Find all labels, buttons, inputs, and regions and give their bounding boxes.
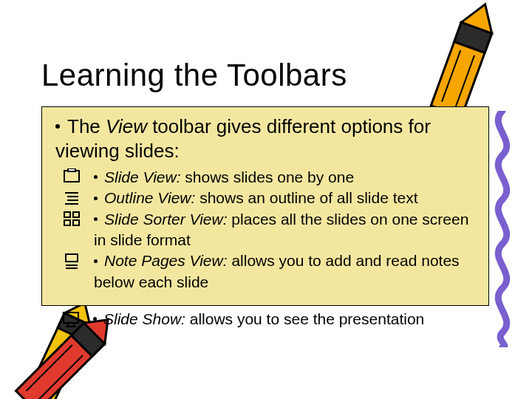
item-name: Note Pages View: [104, 252, 228, 269]
item-desc: allows you to see the presentation [185, 310, 424, 327]
bullet-icon [55, 124, 60, 129]
bullet-icon [93, 317, 97, 321]
bullet-icon [94, 259, 98, 263]
svg-rect-22 [73, 220, 79, 225]
outline-view-icon [61, 189, 82, 207]
item-desc: shows slides one by one [181, 168, 355, 185]
slide-view-icon [61, 168, 82, 186]
lead-italic: View [106, 115, 147, 137]
svg-rect-14 [68, 168, 75, 171]
item-desc: shows an outline of all slide text [195, 189, 417, 206]
list-item: Slide Sorter View: places all the slides… [94, 209, 478, 251]
item-name: Slide View: [104, 168, 181, 185]
svg-rect-21 [64, 220, 70, 225]
list-item: Slide View: shows slides one by one [94, 167, 478, 188]
svg-rect-19 [64, 212, 70, 217]
slide-title: Learning the Toolbars [41, 58, 347, 93]
svg-rect-20 [73, 212, 79, 217]
item-name: Slide Show: [103, 310, 185, 327]
note-pages-icon [61, 253, 82, 270]
sub-list: Slide View: shows slides one by one Outl… [55, 167, 478, 293]
lead-text: The View toolbar gives different options… [55, 115, 478, 163]
svg-rect-13 [64, 171, 79, 182]
bullet-icon [94, 197, 98, 200]
slide-sorter-icon [61, 210, 82, 228]
item-name: Outline View: [104, 189, 195, 206]
content-panel: The View toolbar gives different options… [41, 106, 489, 306]
bullet-icon [94, 217, 98, 221]
bullet-icon [94, 175, 98, 179]
list-item: Outline View: shows an outline of all sl… [94, 188, 478, 208]
list-item: Note Pages View: allows you to add and r… [94, 250, 478, 293]
list-item: Slide Show: allows you to see the presen… [41, 310, 489, 328]
svg-rect-23 [66, 254, 78, 262]
item-name: Slide Sorter View: [104, 211, 228, 228]
slide: Learning the Toolbars The View toolbar g… [0, 0, 532, 399]
lead-pre: The [67, 115, 106, 137]
